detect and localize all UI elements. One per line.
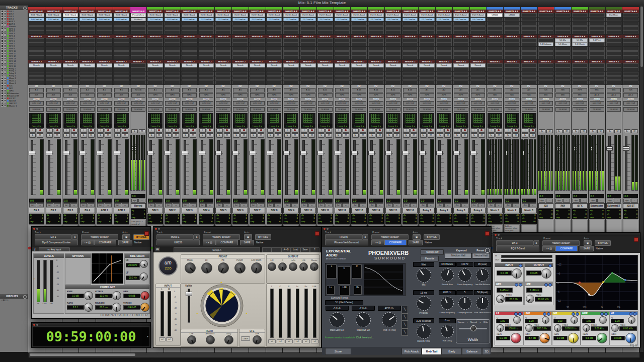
mute-button[interactable]: M xyxy=(54,133,60,138)
sends-fj-header[interactable]: SENDS F-J xyxy=(96,60,113,63)
insert-slot-empty[interactable] xyxy=(555,26,571,30)
insert-slot[interactable]: D3 ComLim xyxy=(97,18,112,22)
track-name[interactable]: SFX 9 xyxy=(283,208,299,213)
send-slot-empty[interactable] xyxy=(368,47,384,51)
track-name[interactable]: /DX ST xyxy=(623,203,638,209)
send-slot-empty[interactable] xyxy=(114,47,129,51)
send-slot-empty[interactable] xyxy=(29,38,44,42)
pan-position-value[interactable]: f pos ▸ 0 ◂ xyxy=(471,124,486,128)
group-selector[interactable]: no group xyxy=(539,107,553,112)
insert-slot-empty[interactable] xyxy=(368,30,384,34)
insert-slot[interactable]: D3 ComLim xyxy=(250,18,265,22)
send-slot[interactable]: Reverb xyxy=(403,63,418,67)
sends-ae-header[interactable]: SENDS A-E xyxy=(572,35,588,38)
volume-readout[interactable]: 0.0 xyxy=(488,199,502,203)
insert-slot[interactable]: PhnxVrbSrnd xyxy=(131,13,146,17)
send-slot-empty[interactable] xyxy=(351,72,367,76)
insert-slot-empty[interactable] xyxy=(131,22,146,26)
send-slot-empty[interactable] xyxy=(453,38,469,42)
send-slot-empty[interactable] xyxy=(385,42,401,46)
output-inf-button[interactable]: inf xyxy=(277,339,284,343)
insert-slot-empty[interactable] xyxy=(97,22,112,26)
front-knob[interactable] xyxy=(218,262,229,274)
band-shape-toggle[interactable] xyxy=(633,312,636,316)
track-show-toggle[interactable] xyxy=(1,92,4,95)
preset-selector[interactable]: <factory default> xyxy=(542,240,580,246)
inserts-header[interactable]: INSERTS A-E xyxy=(45,10,62,13)
record-enable-button[interactable] xyxy=(428,128,434,133)
volume-fader[interactable] xyxy=(335,151,341,155)
slope-mini-button[interactable]: ╲ xyxy=(401,313,408,321)
send-slot-empty[interactable] xyxy=(351,80,367,84)
band-freq-knob[interactable] xyxy=(611,324,619,332)
send-slot-empty[interactable] xyxy=(368,38,384,42)
send-slot-empty[interactable] xyxy=(63,42,78,46)
send-slot-empty[interactable] xyxy=(79,55,95,59)
send-slot-empty[interactable] xyxy=(555,72,571,76)
solo-button[interactable]: S xyxy=(624,129,630,134)
send-slot-empty[interactable] xyxy=(232,76,248,80)
send-slot-empty[interactable] xyxy=(419,67,435,71)
output-path-selector[interactable]: MIX xyxy=(555,93,570,98)
keyword-selector[interactable]: Medium Hall xyxy=(445,253,472,258)
close-window-icon[interactable] xyxy=(324,228,326,230)
sends-fj-header[interactable]: SENDS F-J xyxy=(300,60,316,63)
input-path-selector[interactable]: A 10 xyxy=(301,88,315,93)
mute-button[interactable]: M xyxy=(546,129,553,134)
phase-toggle-icon[interactable] xyxy=(519,264,522,267)
surround-panner[interactable] xyxy=(80,113,95,124)
insert-slot-empty[interactable] xyxy=(46,22,61,26)
record-enable-button[interactable] xyxy=(190,128,196,133)
send-slot-empty[interactable] xyxy=(521,80,537,84)
surround-panner[interactable] xyxy=(471,113,486,124)
insert-slot-empty[interactable] xyxy=(538,30,554,34)
dyn-indicator[interactable]: dyn xyxy=(301,203,308,207)
pan-indicator[interactable]: ↔ xyxy=(291,203,298,207)
insert-slot-empty[interactable] xyxy=(300,26,316,30)
waves-toolbar-button[interactable]: A->B xyxy=(281,247,291,252)
send-slot-empty[interactable] xyxy=(215,55,231,59)
send-slot-empty[interactable] xyxy=(403,80,418,84)
automation-mode-selector[interactable]: auto read xyxy=(403,101,418,106)
insert-slot-empty[interactable] xyxy=(572,26,588,30)
insert-slot-empty[interactable] xyxy=(589,18,605,22)
sends-ae-header[interactable]: SENDS A-E xyxy=(368,35,384,38)
inserts-header[interactable]: INSERTS A-E xyxy=(487,10,503,13)
update-notice[interactable]: A newer version is available. Click here… xyxy=(325,336,374,339)
insert-slot-empty[interactable] xyxy=(521,26,537,30)
insert-slot[interactable]: EQ3 7-Band xyxy=(147,13,163,17)
group-selector[interactable]: no group xyxy=(555,107,570,112)
surround-panner[interactable] xyxy=(301,113,315,124)
send-slot-empty[interactable] xyxy=(504,42,520,46)
volume-fader[interactable] xyxy=(114,151,120,155)
send-slot[interactable]: Reverb xyxy=(335,63,350,67)
send-slot-empty[interactable] xyxy=(589,51,605,55)
insert-slot-empty[interactable] xyxy=(504,22,520,26)
send-slot-empty[interactable] xyxy=(131,51,146,55)
speaker-box[interactable]: Ls xyxy=(327,286,335,295)
track-show-toggle[interactable] xyxy=(1,67,4,70)
volume-readout[interactable]: 0.0 xyxy=(148,199,163,203)
insert-slot-empty[interactable] xyxy=(232,22,248,26)
group-selector[interactable]: no group xyxy=(505,107,519,112)
track-show-toggle[interactable] xyxy=(1,23,4,25)
pan-indicator[interactable]: ↔ xyxy=(393,203,400,207)
insert-slot-empty[interactable] xyxy=(487,30,503,34)
insert-slot-empty[interactable] xyxy=(267,22,282,26)
send-slot[interactable]: Reverb xyxy=(470,63,486,67)
send-slot-empty[interactable] xyxy=(165,38,180,42)
dyn-indicator[interactable]: dyn xyxy=(148,203,155,207)
send-slot[interactable]: Reverb xyxy=(79,63,95,67)
send-slot-empty[interactable] xyxy=(555,47,571,51)
insert-slot-empty[interactable] xyxy=(250,22,265,26)
send-slot-empty[interactable] xyxy=(538,63,554,67)
send-slot-empty[interactable] xyxy=(250,47,265,51)
insert-slot-empty[interactable] xyxy=(300,22,316,26)
solo-button[interactable]: S xyxy=(352,133,359,138)
send-slot-empty[interactable] xyxy=(97,80,112,84)
send-slot-empty[interactable] xyxy=(487,55,503,59)
insert-slot-empty[interactable] xyxy=(131,26,146,30)
input-monitor-button[interactable]: I xyxy=(318,128,325,133)
preset-nav-buttons[interactable]: - + ▤ xyxy=(371,240,384,245)
inserts-header[interactable]: INSERTS A-E xyxy=(96,10,113,13)
